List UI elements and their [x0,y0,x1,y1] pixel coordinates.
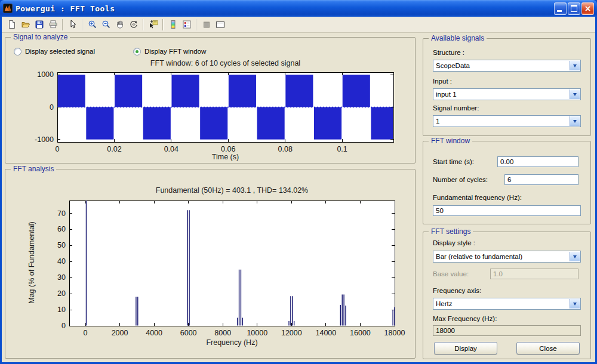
frequency-axis-label: Frequency axis: [433,287,481,294]
rotate-3d-icon[interactable] [127,18,140,31]
structure-select[interactable]: ScopeData [433,60,581,72]
available-signals-title: Available signals [429,34,487,42]
minimize-icon [557,10,562,12]
svg-text:12000: 12000 [281,329,302,337]
svg-text:0.02: 0.02 [107,145,121,153]
max-frequency-label: Max Frequency (Hz): [433,315,497,322]
svg-text:0: 0 [84,329,88,337]
svg-text:30: 30 [57,273,66,282]
cycles-label: Number of cycles: [433,176,488,183]
print-icon[interactable] [46,18,60,31]
spectrum-xaxis-label: Frequency (Hz) [69,338,395,347]
svg-text:16000: 16000 [350,329,371,337]
minimize-button[interactable] [554,2,567,15]
data-cursor-icon[interactable] [146,18,160,31]
maximize-button[interactable] [568,2,580,15]
structure-label: Structure : [433,49,464,56]
base-value-input [490,269,578,279]
fft-window-title: FFT window [429,137,472,145]
svg-text:1000: 1000 [37,70,54,79]
display-style-label: Display style : [433,239,475,246]
display-style-select[interactable]: Bar (relative to fundamental) [433,251,581,263]
svg-text:18000: 18000 [384,329,405,337]
svg-text:4000: 4000 [146,329,162,337]
signal-xaxis-label: Time (s) [57,153,393,161]
svg-text:20: 20 [57,289,66,298]
title-bar: Powergui : FFT Tools × [0,0,597,17]
spectrum-plot: 0200040006000800010000120001400016000180… [5,169,416,359]
dialog-body: Signal to analyze Display selected signa… [2,17,595,362]
close-dialog-button[interactable]: Close [516,342,580,354]
svg-text:0.08: 0.08 [278,145,293,153]
fft-analysis-group: FFT analysis Fundamental (50Hz) = 403.1 … [5,169,416,359]
signal-number-value: 1 [436,118,439,125]
fft-settings-title: FFT settings [429,227,473,236]
svg-text:70: 70 [57,209,66,218]
signal-number-select[interactable]: 1 [433,115,581,127]
colorbar-icon[interactable] [166,18,180,31]
input-value: input 1 [436,91,457,98]
available-signals-group: Available signals Structure : ScopeData … [423,38,591,136]
svg-text:0.04: 0.04 [164,145,179,153]
svg-text:0: 0 [56,145,60,153]
pan-icon[interactable] [113,18,127,31]
svg-text:60: 60 [57,225,66,233]
save-icon[interactable] [32,18,46,31]
figure-toolbar [2,17,595,33]
input-select[interactable]: input 1 [433,88,581,100]
toolbar-separator [196,19,197,30]
legend-icon[interactable] [180,18,193,31]
hide-plot-tools-icon[interactable] [199,18,213,31]
window-frame: Powergui : FFT Tools × [0,0,597,364]
svg-text:0: 0 [50,103,54,112]
fundamental-freq-label: Fundamental frequency (Hz): [433,194,522,201]
toolbar-separator [162,19,164,30]
fft-settings-group: FFT settings Display style : Bar (relati… [423,232,591,359]
new-file-icon[interactable] [5,18,19,31]
cycles-input[interactable] [504,174,578,185]
display-style-value: Bar (relative to fundamental) [436,253,522,260]
chevron-down-icon[interactable] [570,61,580,70]
base-value-label: Base value: [433,270,469,277]
signal-number-label: Signal number: [433,104,479,112]
show-plot-tools-icon[interactable] [213,18,227,31]
chevron-down-icon[interactable] [570,116,580,126]
svg-text:10: 10 [57,306,66,314]
svg-text:6000: 6000 [180,329,197,337]
pointer-icon[interactable] [66,18,79,31]
frequency-axis-select[interactable]: Hertz [433,298,581,310]
svg-text:10000: 10000 [247,329,267,337]
powergui-fft-tools-window: { "window": { "title": "Powergui : FFT T… [0,0,597,364]
maximize-icon [571,5,577,12]
start-time-label: Start time (s): [433,158,474,165]
svg-text:0: 0 [61,322,66,330]
chevron-down-icon[interactable] [570,299,580,309]
svg-text:0.1: 0.1 [337,145,347,153]
window-title: Powergui : FFT Tools [16,4,553,13]
signal-to-analyze-group: Signal to analyze Display selected signa… [5,37,416,164]
svg-text:0.06: 0.06 [221,145,235,153]
zoom-out-icon[interactable] [99,18,113,31]
svg-text:2000: 2000 [112,329,128,337]
svg-text:14000: 14000 [316,329,337,337]
svg-text:40: 40 [57,257,66,266]
open-file-icon[interactable] [19,18,32,31]
chevron-down-icon[interactable] [570,252,580,261]
chevron-down-icon[interactable] [570,90,580,99]
fft-window-group: FFT window Start time (s): Number of cyc… [423,141,591,224]
toolbar-separator [143,19,144,30]
matlab-app-icon [3,4,13,13]
max-frequency-input[interactable] [433,325,581,336]
fundamental-freq-input[interactable] [433,205,581,216]
svg-text:-1000: -1000 [35,135,54,144]
start-time-input[interactable] [497,156,578,167]
frequency-axis-value: Hertz [436,300,452,307]
toolbar-separator [82,19,83,30]
structure-value: ScopeData [436,62,470,69]
close-button[interactable]: × [581,2,594,15]
signal-plot: 00.020.040.060.080.1-100001000 [5,38,416,164]
display-button[interactable]: Display [434,342,497,354]
toolbar-separator [62,19,63,30]
zoom-in-icon[interactable] [85,18,99,31]
svg-text:8000: 8000 [214,329,231,337]
